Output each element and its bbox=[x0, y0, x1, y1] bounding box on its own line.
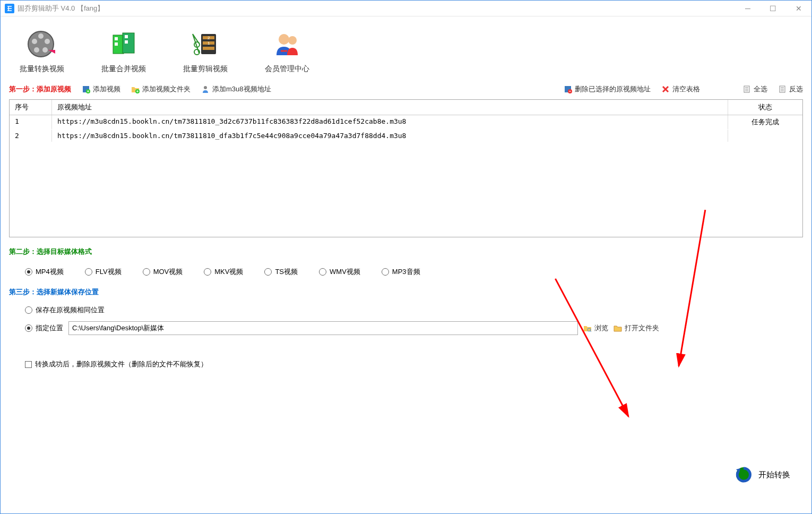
format-mp3[interactable]: MP3音频 bbox=[382, 267, 420, 277]
format-mkv[interactable]: MKV视频 bbox=[204, 267, 243, 277]
batch-clip-button[interactable]: 21 批量剪辑视频 bbox=[183, 30, 228, 74]
col-status-header[interactable]: 状态 bbox=[728, 100, 802, 115]
format-mp4[interactable]: MP4视频 bbox=[25, 267, 64, 277]
batch-convert-label: 批量转换视频 bbox=[20, 64, 64, 74]
clip-icon: 21 bbox=[189, 30, 221, 59]
col-url-header[interactable]: 原视频地址 bbox=[52, 100, 728, 115]
clear-table-button[interactable]: 清空表格 bbox=[661, 84, 700, 94]
table-row[interactable]: 2 https://m3u8cdn15.bookln.cn/tm73811810… bbox=[10, 130, 802, 142]
open-folder-button[interactable]: 打开文件夹 bbox=[614, 323, 659, 333]
invert-button[interactable]: 反选 bbox=[778, 84, 803, 94]
format-flv[interactable]: FLV视频 bbox=[85, 267, 122, 277]
location-custom[interactable]: 指定位置 bbox=[25, 323, 63, 333]
svg-point-5 bbox=[42, 47, 48, 53]
merge-icon bbox=[108, 30, 140, 59]
add-video-button[interactable]: 添加视频 bbox=[82, 84, 120, 94]
start-convert-button[interactable]: 开始转换 bbox=[734, 465, 790, 484]
doc-icon bbox=[778, 85, 787, 93]
svg-text:1: 1 bbox=[208, 41, 210, 46]
select-all-button[interactable]: 全选 bbox=[742, 84, 767, 94]
app-icon bbox=[5, 4, 14, 13]
film-delete-icon bbox=[564, 85, 572, 93]
step2-label: 第二步：选择目标媒体格式 bbox=[9, 247, 92, 255]
minimize-button[interactable]: ─ bbox=[740, 4, 756, 13]
add-folder-button[interactable]: 添加视频文件夹 bbox=[131, 84, 191, 94]
path-input[interactable] bbox=[68, 321, 578, 335]
batch-convert-button[interactable]: 批量转换视频 bbox=[20, 30, 64, 74]
delete-after-label: 转换成功后，删除原视频文件（删除后的文件不能恢复） bbox=[35, 359, 208, 369]
svg-rect-8 bbox=[115, 37, 118, 40]
delete-after-checkbox[interactable] bbox=[25, 361, 32, 368]
table-row[interactable]: 1 https://m3u8cdn15.bookln.cn/tm73811810… bbox=[10, 115, 802, 130]
add-m3u8-button[interactable]: 添加m3u8视频地址 bbox=[201, 84, 271, 94]
folder-add-icon bbox=[131, 85, 140, 93]
film-reel-icon bbox=[26, 30, 58, 59]
format-wmv[interactable]: WMV视频 bbox=[319, 267, 360, 277]
close-button[interactable]: ✕ bbox=[790, 4, 807, 13]
svg-point-20 bbox=[279, 34, 289, 45]
svg-point-2 bbox=[32, 39, 37, 44]
start-convert-label: 开始转换 bbox=[758, 470, 790, 480]
format-mov[interactable]: MOV视频 bbox=[143, 267, 183, 277]
svg-point-4 bbox=[34, 47, 39, 53]
film-add-icon bbox=[82, 85, 90, 93]
svg-rect-11 bbox=[125, 40, 128, 44]
format-ts[interactable]: TS视频 bbox=[264, 267, 298, 277]
window-title: 固乔剪辑助手 V4.0 【fang】 bbox=[18, 4, 740, 13]
batch-clip-label: 批量剪辑视频 bbox=[183, 64, 228, 74]
batch-merge-button[interactable]: 批量合并视频 bbox=[101, 30, 146, 74]
svg-rect-15 bbox=[203, 47, 214, 50]
format-radio-group: MP4视频 FLV视频 MOV视频 MKV视频 TS视频 WMV视频 MP3音频 bbox=[9, 256, 803, 282]
refresh-icon bbox=[734, 465, 753, 484]
svg-point-3 bbox=[45, 39, 50, 44]
member-center-button[interactable]: 会员管理中心 bbox=[265, 30, 309, 74]
svg-rect-10 bbox=[125, 35, 128, 38]
users-icon bbox=[271, 30, 303, 59]
folder-open-icon bbox=[614, 324, 622, 332]
member-center-label: 会员管理中心 bbox=[265, 64, 309, 74]
x-icon bbox=[661, 85, 670, 93]
batch-merge-label: 批量合并视频 bbox=[101, 64, 146, 74]
svg-point-1 bbox=[38, 33, 44, 39]
svg-text:2: 2 bbox=[208, 36, 210, 40]
user-icon bbox=[201, 85, 210, 93]
step3-label: 第三步：选择新媒体保存位置 bbox=[9, 288, 99, 296]
folder-search-icon bbox=[583, 324, 592, 332]
svg-point-21 bbox=[288, 36, 297, 45]
svg-rect-9 bbox=[115, 42, 118, 46]
maximize-button[interactable]: ☐ bbox=[764, 4, 782, 13]
col-seq-header[interactable]: 序号 bbox=[10, 100, 52, 115]
svg-rect-7 bbox=[123, 33, 134, 53]
doc-icon bbox=[742, 85, 751, 93]
svg-point-25 bbox=[204, 86, 207, 89]
step1-label: 第一步：添加原视频 bbox=[9, 84, 71, 94]
location-same[interactable]: 保存在原视频相同位置 bbox=[25, 305, 105, 315]
delete-selected-button[interactable]: 删除已选择的原视频地址 bbox=[564, 84, 651, 94]
browse-button[interactable]: 浏览 bbox=[583, 323, 608, 333]
